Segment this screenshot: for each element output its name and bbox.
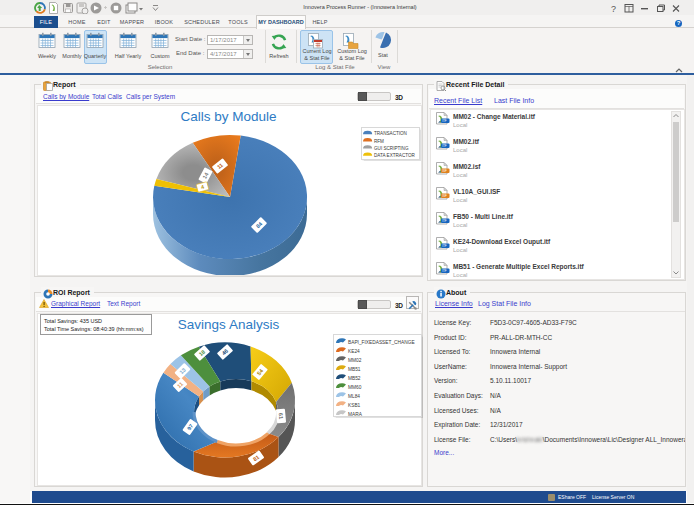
svg-text:MM60: MM60 <box>348 385 362 390</box>
svg-text:ITF: ITF <box>442 119 447 123</box>
svg-text:FB50 - Multi Line.itf: FB50 - Multi Line.itf <box>453 213 514 220</box>
svg-text:Local: Local <box>453 147 467 153</box>
svg-text:GUI SCRIPTING: GUI SCRIPTING <box>374 146 409 151</box>
svg-text:MM02 - Change Material.itf: MM02 - Change Material.itf <box>453 113 536 121</box>
svg-text:MB52: MB52 <box>348 376 361 381</box>
svg-text:MARA: MARA <box>348 412 363 416</box>
svg-text:MB51: MB51 <box>348 367 361 372</box>
svg-text:Local: Local <box>453 197 467 203</box>
svg-text:BAPI_FIXEDASSET_CHANGE: BAPI_FIXEDASSET_CHANGE <box>348 340 415 345</box>
svg-text:Local: Local <box>453 172 467 178</box>
svg-text:ITF: ITF <box>442 244 447 248</box>
svg-text:MM02.itf: MM02.itf <box>453 138 480 145</box>
svg-text:?: ? <box>611 4 616 13</box>
svg-text:ISF: ISF <box>442 194 447 198</box>
svg-text:MM02: MM02 <box>348 358 362 363</box>
svg-text:ML84: ML84 <box>348 394 360 399</box>
svg-text:Local: Local <box>453 247 467 253</box>
svg-text:KSB1: KSB1 <box>348 403 361 408</box>
svg-text:DATA EXTRACTOR: DATA EXTRACTOR <box>374 153 416 158</box>
svg-text:Local: Local <box>453 122 467 128</box>
svg-text:ITF: ITF <box>442 219 447 223</box>
svg-text:Local: Local <box>453 272 467 278</box>
svg-text:TRANSACTION: TRANSACTION <box>374 131 407 136</box>
svg-text:61: 61 <box>278 413 285 420</box>
svg-text:RFM: RFM <box>374 139 384 144</box>
svg-text:Local: Local <box>453 222 467 228</box>
svg-text:ITF: ITF <box>442 269 447 273</box>
svg-text:KE24-Download Excel Ouput.itf: KE24-Download Excel Ouput.itf <box>453 238 551 246</box>
svg-text:MM02.isf: MM02.isf <box>453 163 481 170</box>
svg-text:VL10A_GUI.ISF: VL10A_GUI.ISF <box>453 188 500 195</box>
svg-text:MB51 - Generate Multiple Excel: MB51 - Generate Multiple Excel Reports.i… <box>453 263 585 271</box>
svg-text:ISF: ISF <box>442 169 447 173</box>
svg-text:ITF: ITF <box>442 144 447 148</box>
svg-text:KE24: KE24 <box>348 349 360 354</box>
